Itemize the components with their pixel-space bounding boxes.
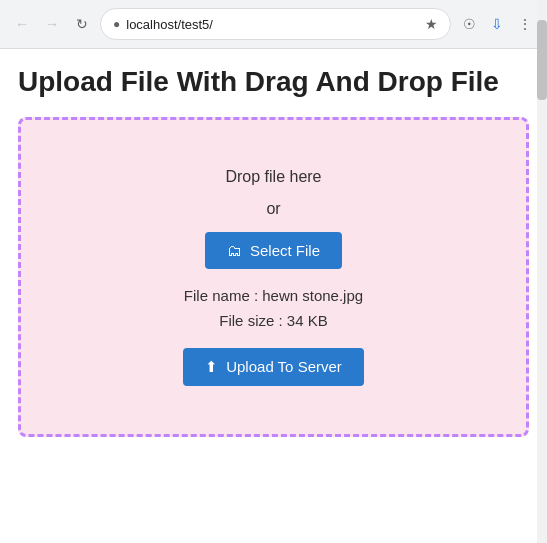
download-icon[interactable]: ⇩	[485, 12, 509, 36]
browser-toolbar: ← → ↻ ● localhost/test5/ ★ ☉ ⇩ ⋮	[0, 0, 547, 48]
upload-button[interactable]: ⬆ Upload To Server	[183, 348, 364, 386]
lock-icon: ●	[113, 17, 120, 31]
browser-chrome: ← → ↻ ● localhost/test5/ ★ ☉ ⇩ ⋮	[0, 0, 547, 49]
select-file-button[interactable]: 🗂 Select File	[205, 232, 342, 269]
file-size-text: File size : 34 KB	[184, 308, 363, 334]
toolbar-right-icons: ☉ ⇩ ⋮	[457, 12, 537, 36]
drop-zone[interactable]: Drop file here or 🗂 Select File File nam…	[18, 117, 529, 437]
or-text: or	[266, 200, 280, 218]
scrollbar-thumb[interactable]	[537, 20, 547, 100]
page-title: Upload File With Drag And Drop File	[18, 65, 529, 99]
shield-icon[interactable]: ☉	[457, 12, 481, 36]
refresh-button[interactable]: ↻	[70, 12, 94, 36]
address-bar[interactable]: ● localhost/test5/ ★	[100, 8, 451, 40]
folder-icon: 🗂	[227, 242, 242, 259]
back-button[interactable]: ←	[10, 12, 34, 36]
select-file-label: Select File	[250, 242, 320, 259]
file-name-text: File name : hewn stone.jpg	[184, 283, 363, 309]
file-info: File name : hewn stone.jpg File size : 3…	[184, 283, 363, 334]
menu-icon[interactable]: ⋮	[513, 12, 537, 36]
upload-label: Upload To Server	[226, 358, 342, 375]
page-content: Upload File With Drag And Drop File Drop…	[0, 49, 547, 453]
url-text: localhost/test5/	[126, 17, 419, 32]
drop-text: Drop file here	[225, 168, 321, 186]
forward-button[interactable]: →	[40, 12, 64, 36]
bookmark-icon: ★	[425, 16, 438, 32]
scrollbar[interactable]	[537, 0, 547, 543]
upload-icon: ⬆	[205, 358, 218, 376]
